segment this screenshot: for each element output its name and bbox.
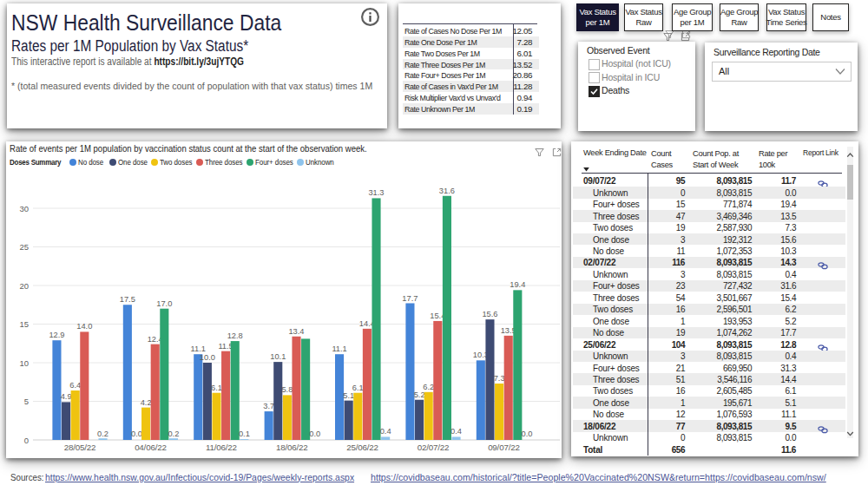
svg-text:0.0: 0.0: [522, 430, 533, 438]
svg-text:20: 20: [19, 281, 29, 291]
svg-text:28/05/22: 28/05/22: [64, 443, 96, 452]
svg-text:6.1: 6.1: [352, 384, 364, 392]
svg-text:6.4: 6.4: [69, 381, 81, 390]
svg-text:30: 30: [19, 204, 29, 213]
svg-text:17.0: 17.0: [156, 299, 172, 308]
svg-text:5.2: 5.2: [414, 390, 425, 399]
svg-text:4.2: 4.2: [141, 398, 152, 407]
svg-text:11/06/22: 11/06/22: [206, 443, 237, 452]
svg-text:0.2: 0.2: [168, 430, 179, 438]
svg-text:31.6: 31.6: [439, 187, 455, 195]
svg-text:19.4: 19.4: [510, 280, 525, 289]
svg-text:11.1: 11.1: [332, 344, 346, 353]
svg-text:31.3: 31.3: [368, 188, 384, 197]
svg-text:5.8: 5.8: [281, 385, 293, 394]
svg-text:6.2: 6.2: [423, 383, 434, 391]
svg-text:7.3: 7.3: [494, 374, 505, 383]
svg-text:0: 0: [24, 436, 29, 445]
svg-text:17.5: 17.5: [120, 295, 135, 304]
svg-text:12.9: 12.9: [49, 331, 64, 339]
svg-text:12.8: 12.8: [227, 331, 243, 340]
svg-text:11.1: 11.1: [190, 344, 205, 353]
svg-text:4.9: 4.9: [61, 392, 72, 401]
svg-text:18/06/22: 18/06/22: [276, 443, 308, 452]
svg-text:10.0: 10.0: [200, 353, 215, 362]
svg-text:09/07/22: 09/07/22: [488, 443, 520, 452]
svg-text:04/06/22: 04/06/22: [135, 443, 167, 452]
svg-text:5: 5: [24, 397, 29, 406]
svg-text:15.6: 15.6: [482, 310, 497, 318]
svg-text:3.7: 3.7: [263, 402, 274, 410]
svg-text:0.1: 0.1: [239, 430, 250, 438]
svg-text:0.0: 0.0: [131, 430, 142, 438]
svg-text:0.4: 0.4: [380, 427, 391, 436]
svg-text:0.2: 0.2: [97, 430, 108, 438]
svg-text:5.1: 5.1: [343, 391, 354, 400]
svg-text:25/06/22: 25/06/22: [346, 443, 378, 452]
svg-text:13.4: 13.4: [288, 327, 304, 336]
svg-text:10: 10: [19, 358, 29, 368]
svg-text:6.1: 6.1: [211, 384, 222, 392]
svg-text:0.0: 0.0: [309, 430, 320, 438]
svg-text:15: 15: [19, 319, 29, 329]
svg-text:17.7: 17.7: [402, 294, 418, 303]
svg-text:14.0: 14.0: [76, 322, 92, 331]
svg-text:10.1: 10.1: [270, 352, 286, 361]
svg-text:0.4: 0.4: [450, 427, 462, 436]
svg-text:25: 25: [19, 242, 29, 252]
svg-text:02/07/22: 02/07/22: [418, 443, 450, 452]
